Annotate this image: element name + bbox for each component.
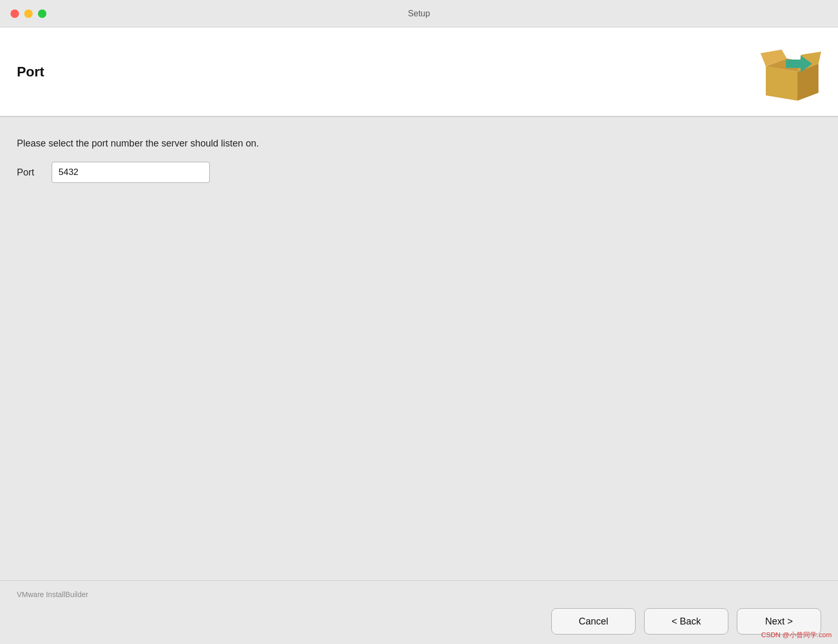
branding-text: VMware InstallBuilder	[17, 590, 821, 599]
description-text: Please select the port number the server…	[17, 138, 821, 149]
window-title: Setup	[408, 9, 430, 18]
main-content: Please select the port number the server…	[0, 117, 838, 580]
back-button[interactable]: < Back	[644, 608, 728, 635]
window-controls	[11, 9, 46, 18]
port-row: Port	[17, 162, 821, 183]
svg-marker-0	[766, 66, 797, 101]
footer: VMware InstallBuilder Cancel < Back Next…	[0, 580, 838, 644]
package-icon	[758, 40, 821, 103]
title-bar: Setup	[0, 0, 838, 27]
watermark: CSDN @小曾同学.com	[761, 630, 832, 640]
svg-rect-5	[786, 60, 801, 68]
close-button[interactable]	[11, 9, 19, 18]
header-section: Port	[0, 27, 838, 117]
port-label: Port	[17, 167, 43, 178]
port-input[interactable]	[52, 162, 210, 183]
page-title: Port	[17, 64, 44, 80]
footer-buttons: Cancel < Back Next >	[17, 608, 821, 635]
minimize-button[interactable]	[24, 9, 33, 18]
maximize-button[interactable]	[38, 9, 46, 18]
cancel-button[interactable]: Cancel	[551, 608, 636, 635]
